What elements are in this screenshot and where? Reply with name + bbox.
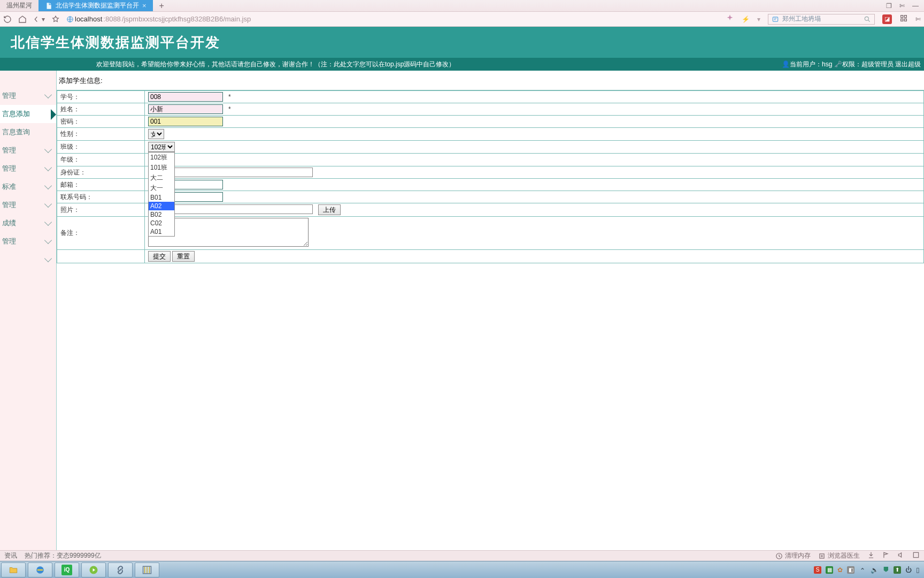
browser-statusbar: 资讯 热门推荐：变态9999999亿 清理内存 浏览器医生 (0, 550, 924, 561)
browser-doctor-button[interactable]: 浏览器医生 (818, 551, 860, 560)
flag-icon[interactable] (882, 551, 890, 560)
system-tray: S ▦ ✿ ◧ 🔈 ⛊ ⬆ ⏻ ▯ (811, 565, 923, 574)
tray-power-icon[interactable]: ⏻ (905, 566, 912, 574)
tray-arrow-icon[interactable]: ⬆ (894, 566, 901, 574)
search-icon (864, 16, 871, 23)
task-iqiyi[interactable]: iQ (55, 562, 79, 577)
label-photo: 照片： (57, 203, 145, 217)
tray-cube-icon[interactable]: ◧ (847, 566, 854, 574)
tray-chevron-icon[interactable] (859, 565, 866, 574)
svg-rect-6 (904, 19, 906, 21)
window-minimize-icon[interactable]: — (912, 2, 919, 10)
class-option[interactable]: 大二 (149, 173, 174, 183)
expand-icon[interactable] (912, 551, 920, 560)
globe-icon (66, 16, 74, 23)
user-info: 👤当前用户：hsg 🗝️权限：超级管理员 退出超级 (782, 60, 921, 69)
sidebar-item-blank[interactable] (0, 250, 56, 269)
tray-green[interactable]: ▦ (826, 566, 833, 574)
browser-toolbar: ▾ localhost:8088/jspmbxxstcsjjcptkfhsg83… (0, 12, 924, 27)
window-restore-icon[interactable]: ❐ (886, 2, 892, 10)
address-bar[interactable]: localhost:8088/jspmbxxstcsjjcptkfhsg8328… (66, 15, 719, 23)
sidebar-item-manage-1[interactable]: 管理 (0, 87, 56, 105)
scissors-tool-icon[interactable]: ✄ (915, 16, 921, 23)
svg-rect-9 (913, 552, 918, 557)
sidebar-item-manage-3[interactable]: 管理 (0, 159, 56, 178)
sidebar-item-add-info[interactable]: 言息添加 (0, 105, 56, 123)
label-idcard: 身份证： (57, 166, 145, 179)
chevron-down-icon (44, 90, 52, 98)
ext-icon-1[interactable]: ◪ (882, 14, 892, 24)
sidebar-item-manage-4[interactable]: 管理 (0, 196, 56, 214)
back-dropdown-icon[interactable]: ▾ (33, 15, 45, 24)
tray-sogou[interactable]: S (814, 566, 821, 574)
grid-icon[interactable] (899, 14, 908, 24)
password-field[interactable] (148, 117, 223, 126)
task-link[interactable] (108, 562, 133, 577)
sidebar: 管理 言息添加 言息查询 管理 管理 标准 管理 成绩 管理 (0, 71, 57, 550)
label-name: 姓名： (57, 103, 145, 116)
status-news[interactable]: 资讯 (4, 551, 17, 560)
content-area: 添加学生信息: 学号： * 姓名： * 密码： 性别： 女 班级： 102班 1… (57, 71, 924, 550)
tray-sound-icon[interactable]: 🔈 (871, 566, 879, 574)
user-icon: 👤 (782, 60, 790, 68)
task-folder[interactable] (1, 562, 26, 577)
sidebar-item-standard[interactable]: 标准 (0, 178, 56, 196)
status-hot[interactable]: 热门推荐：变态9999999亿 (25, 551, 101, 560)
reload-icon[interactable] (3, 15, 12, 24)
upload-button[interactable]: 上传 (318, 204, 341, 215)
class-option[interactable]: B01 (149, 193, 174, 202)
key-icon: 🗝️ (834, 60, 842, 68)
label-studentid: 学号： (57, 91, 145, 103)
class-option[interactable]: 大一 (149, 183, 174, 193)
clear-cache-button[interactable]: 清理内存 (775, 551, 811, 560)
submit-button[interactable]: 提交 (148, 251, 171, 262)
logout-link[interactable]: 退出超级 (895, 60, 921, 68)
reset-button[interactable]: 重置 (172, 251, 195, 262)
tab-active[interactable]: 北信学生体测数据监测平台开 × (38, 0, 153, 11)
search-hint: 郑州工地坍塌 (782, 14, 821, 24)
permission: 超级管理员 (861, 60, 894, 68)
name-field[interactable] (148, 104, 223, 114)
form-title: 添加学生信息: (57, 71, 924, 90)
class-option[interactable]: B02 (149, 210, 174, 219)
close-icon[interactable]: × (142, 2, 147, 10)
tray-shield-icon[interactable]: ⛊ (883, 566, 889, 574)
class-option[interactable]: A02 (149, 202, 174, 210)
svg-rect-4 (904, 16, 906, 18)
new-tab-button[interactable]: + (153, 0, 171, 11)
chevron-down-icon (44, 218, 52, 225)
gender-select[interactable]: 女 (148, 129, 164, 139)
favorite-icon[interactable] (51, 15, 60, 24)
class-select[interactable]: 102班 (148, 142, 175, 152)
home-icon[interactable] (18, 15, 27, 24)
task-music[interactable] (81, 562, 106, 577)
sidebar-item-query-info[interactable]: 言息查询 (0, 123, 56, 141)
class-option[interactable]: 101班 (149, 163, 174, 173)
tab-inactive[interactable]: 温州星河 (0, 0, 38, 11)
sidebar-item-score[interactable]: 成绩 (0, 214, 56, 232)
sound-icon[interactable] (897, 551, 905, 560)
class-dropdown: 102班101班大二大一B01A02B02C02A01 (148, 152, 175, 237)
app-header: 北信学生体测数据监测平台开发 (0, 27, 924, 58)
sidebar-item-manage-5[interactable]: 管理 (0, 232, 56, 250)
label-phone: 联系号码： (57, 191, 145, 203)
class-option[interactable]: A01 (149, 227, 174, 236)
tray-flower-icon[interactable]: ✿ (837, 566, 843, 574)
tab-label: 温州星河 (6, 1, 32, 10)
tab-label: 北信学生体测数据监测平台开 (56, 1, 139, 10)
search-box[interactable]: 郑州工地坍塌 (768, 14, 875, 25)
scissors-icon[interactable]: ✄ (899, 2, 905, 10)
studentid-field[interactable] (148, 92, 223, 102)
task-tools[interactable] (135, 562, 159, 577)
task-ie[interactable] (28, 562, 52, 577)
os-taskbar: iQ S ▦ ✿ ◧ 🔈 ⛊ ⬆ ⏻ ▯ (0, 561, 924, 578)
class-option[interactable]: 102班 (149, 153, 174, 163)
flash-icon[interactable]: ⚡ (742, 16, 750, 23)
sidebar-item-manage-2[interactable]: 管理 (0, 141, 56, 159)
download-icon[interactable] (867, 551, 875, 560)
label-email: 邮箱： (57, 179, 145, 191)
class-option[interactable]: C02 (149, 219, 174, 227)
tray-battery-icon[interactable]: ▯ (916, 566, 920, 574)
compass-icon[interactable] (726, 14, 734, 24)
chevron-down-icon[interactable]: ▾ (757, 16, 760, 23)
